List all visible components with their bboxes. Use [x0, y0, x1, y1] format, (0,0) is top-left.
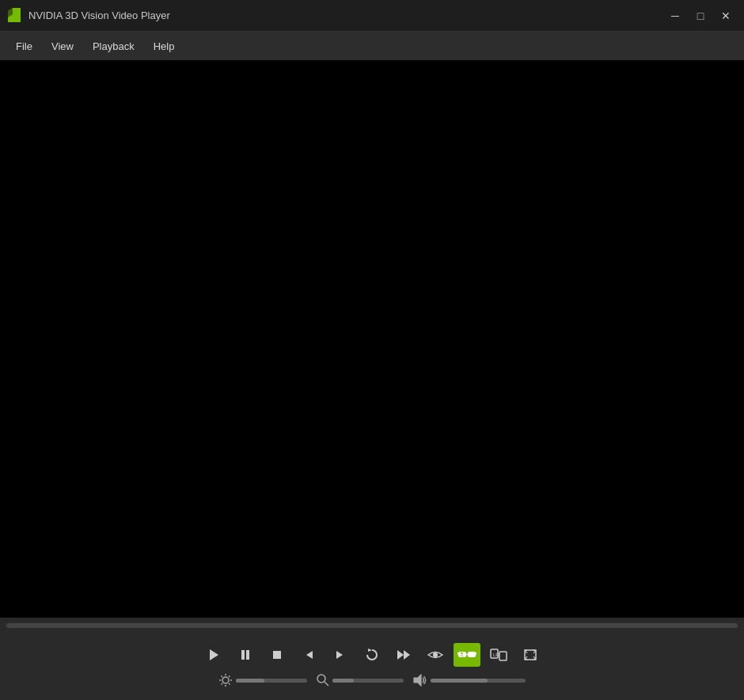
zoom-slider[interactable]	[332, 679, 404, 683]
volume-fill	[431, 679, 488, 683]
svg-marker-8	[368, 649, 372, 652]
svg-marker-34	[414, 675, 421, 686]
progress-area[interactable]	[0, 618, 744, 633]
svg-line-33	[325, 682, 328, 686]
svg-line-30	[229, 676, 230, 678]
svg-rect-3	[241, 650, 245, 660]
fullscreen-button[interactable]	[517, 643, 544, 667]
play-icon	[208, 649, 219, 661]
menu-bar: File View Playback Help	[0, 32, 744, 60]
svg-rect-20	[499, 652, 507, 660]
brightness-icon	[218, 673, 233, 687]
svg-line-31	[222, 683, 223, 685]
menu-help[interactable]: Help	[144, 37, 184, 55]
rewind-icon	[303, 649, 314, 660]
stop-button[interactable]	[264, 643, 290, 667]
svg-point-32	[317, 675, 325, 683]
fullscreen-icon	[523, 649, 537, 661]
eye-button[interactable]	[422, 643, 449, 667]
menu-file[interactable]: File	[6, 37, 42, 55]
title-bar-controls: ─ □ ✕	[663, 6, 738, 25]
app-title: NVIDIA 3D Vision Video Player	[28, 10, 170, 21]
svg-marker-7	[336, 651, 343, 659]
stop-icon	[272, 650, 282, 660]
replay-icon	[365, 648, 379, 662]
brightness-group	[218, 673, 307, 687]
svg-point-18	[461, 652, 462, 654]
pause-icon	[241, 649, 250, 661]
svg-text:LR: LR	[493, 652, 499, 657]
svg-rect-14	[468, 652, 476, 657]
controls-area: LR	[0, 633, 744, 700]
app-icon	[6, 8, 22, 24]
zoom-group	[317, 674, 404, 687]
svg-rect-5	[273, 651, 281, 659]
svg-point-12	[433, 652, 438, 657]
title-bar-left: NVIDIA 3D Vision Video Player	[6, 8, 170, 24]
progress-track[interactable]	[6, 623, 738, 628]
svg-rect-4	[246, 650, 249, 660]
title-bar: NVIDIA 3D Vision Video Player ─ □ ✕	[0, 0, 744, 32]
3d-glasses-button[interactable]	[454, 643, 480, 667]
skip-forward-icon	[397, 649, 411, 660]
minimize-button[interactable]: ─	[663, 6, 687, 25]
transport-controls-row: LR	[0, 640, 744, 670]
play-button[interactable]	[200, 643, 227, 667]
forward-icon	[335, 649, 346, 660]
svg-marker-6	[306, 651, 313, 659]
volume-group	[413, 674, 526, 687]
maximize-button[interactable]: □	[689, 6, 712, 25]
replay-button[interactable]	[359, 643, 385, 667]
3d-glasses-icon	[457, 649, 476, 661]
svg-point-23	[222, 677, 229, 683]
svg-line-16	[457, 652, 458, 655]
svg-marker-2	[210, 649, 218, 660]
volume-slider[interactable]	[431, 679, 526, 683]
menu-view[interactable]: View	[42, 37, 83, 55]
brightness-fill	[236, 679, 264, 683]
svg-marker-10	[404, 650, 410, 660]
lr-swap-icon: LR	[489, 648, 508, 662]
svg-line-29	[229, 683, 230, 685]
svg-line-17	[476, 652, 476, 655]
zoom-icon	[317, 674, 329, 687]
video-area	[0, 60, 744, 618]
pause-button[interactable]	[232, 643, 259, 667]
zoom-fill	[332, 679, 354, 683]
volume-icon	[413, 674, 427, 687]
eye-icon	[427, 649, 443, 660]
brightness-slider[interactable]	[236, 679, 307, 683]
menu-playback[interactable]: Playback	[83, 37, 144, 55]
skip-forward-button[interactable]	[390, 643, 417, 667]
lr-swap-button[interactable]: LR	[485, 643, 512, 667]
svg-line-28	[222, 676, 223, 678]
sliders-row	[0, 670, 744, 690]
rewind-button[interactable]	[295, 643, 322, 667]
svg-marker-9	[397, 650, 404, 660]
close-button[interactable]: ✕	[714, 6, 738, 25]
forward-button[interactable]	[327, 643, 354, 667]
